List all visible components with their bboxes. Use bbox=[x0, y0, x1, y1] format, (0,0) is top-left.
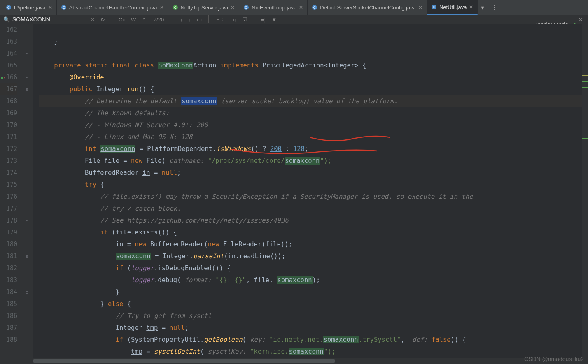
line-number: 181 bbox=[0, 250, 17, 262]
words-toggle[interactable]: W bbox=[129, 16, 138, 23]
fold-gutter: ⊟ ⊟ ⊟ ⊟ ⊟ ⊟ ⊟ ⊟ bbox=[21, 24, 33, 364]
close-icon[interactable]: ✕ bbox=[160, 5, 164, 10]
separator bbox=[254, 15, 254, 23]
tab-label: DefaultServerSocketChannelConfig.java bbox=[320, 5, 416, 11]
tab-abstractchannel[interactable]: C AbstractChannelHandlerContext.java ✕ bbox=[57, 0, 168, 15]
filter-icon[interactable]: ▼ bbox=[270, 16, 278, 23]
editor: 162 163 164 165 ●↑166 167 168 169 170 17… bbox=[0, 24, 588, 364]
line-gutter: 162 163 164 165 ●↑166 167 168 169 170 17… bbox=[0, 24, 21, 364]
add-selection-icon[interactable]: ＋↕ bbox=[214, 15, 225, 24]
search-icon: 🔍 bbox=[3, 16, 10, 23]
tab-lpipeline[interactable]: C lPipeline.java ✕ bbox=[2, 0, 57, 15]
svg-text:C: C bbox=[433, 5, 436, 9]
close-icon[interactable]: ✕ bbox=[469, 4, 473, 10]
line-number: 165 bbox=[0, 60, 17, 72]
line-number: 183 bbox=[0, 274, 17, 286]
tab-netutil[interactable]: C NetUtil.java ✕ bbox=[427, 0, 478, 15]
fold-icon[interactable]: ⊟ bbox=[26, 215, 28, 227]
class-icon: C bbox=[243, 5, 249, 10]
regex-toggle[interactable]: .* bbox=[140, 16, 147, 23]
fold-icon[interactable]: ⊟ bbox=[26, 250, 28, 262]
scroll-thumb[interactable] bbox=[33, 359, 335, 363]
fold-icon[interactable]: ⊟ bbox=[26, 48, 28, 60]
line-number: 187 bbox=[0, 322, 17, 334]
class-icon: C bbox=[312, 5, 317, 10]
line-number: 168 bbox=[0, 95, 17, 107]
line-number: 171 bbox=[0, 131, 17, 143]
code-area[interactable]: } private static final class SoMaxConnAc… bbox=[33, 24, 582, 364]
fold-icon[interactable]: ⊟ bbox=[26, 72, 28, 83]
line-number: 185 bbox=[0, 298, 17, 310]
class-icon: C bbox=[431, 4, 437, 10]
close-icon[interactable]: ✕ bbox=[231, 5, 235, 10]
line-number: 182 bbox=[0, 262, 17, 274]
line-number: 163 bbox=[0, 36, 17, 48]
tab-label: NettyTcpServer.java bbox=[181, 5, 229, 11]
class-icon: C bbox=[6, 5, 12, 10]
svg-text:C: C bbox=[245, 5, 248, 9]
tab-defaultserversocket[interactable]: C DefaultServerSocketChannelConfig.java … bbox=[308, 0, 427, 15]
close-find-icon[interactable]: ✕ bbox=[577, 16, 585, 23]
select-occurrences-icon[interactable]: ▭↕ bbox=[228, 16, 239, 23]
line-number: 173 bbox=[0, 155, 17, 167]
tab-label: AbstractChannelHandlerContext.java bbox=[69, 5, 157, 11]
line-number: 176 bbox=[0, 191, 17, 203]
svg-text:C: C bbox=[313, 5, 316, 9]
marker-strip[interactable] bbox=[582, 24, 588, 364]
line-number: 174 bbox=[0, 167, 17, 179]
horizontal-scrollbar[interactable] bbox=[33, 358, 582, 364]
find-count: 7/20 bbox=[154, 16, 164, 23]
line-number: 162 bbox=[0, 24, 17, 36]
line-number: 169 bbox=[0, 107, 17, 119]
history-icon[interactable]: ↻ bbox=[99, 16, 107, 23]
close-icon[interactable]: ✕ bbox=[418, 5, 422, 10]
line-number: 188 bbox=[0, 334, 17, 346]
line-number: 175 bbox=[0, 179, 17, 191]
line-number: 167 bbox=[0, 83, 17, 95]
close-icon[interactable]: ✕ bbox=[299, 5, 303, 10]
more-icon[interactable]: ⋮ bbox=[488, 4, 501, 12]
tab-label: lPipeline.java bbox=[14, 5, 46, 11]
multi-select-icon[interactable]: ☑ bbox=[241, 16, 249, 23]
tab-label: NetUtil.java bbox=[439, 4, 467, 10]
svg-text:C: C bbox=[174, 5, 177, 9]
class-icon: C bbox=[61, 5, 67, 10]
line-number: 164 bbox=[0, 48, 17, 60]
match-case-toggle[interactable]: Cc bbox=[117, 16, 127, 23]
line-number: 180 bbox=[0, 239, 17, 250]
separator bbox=[173, 15, 173, 23]
find-bar: 🔍 ✕ ↻ Cc W .* 7/20 ↑ ↓ ▭ ＋↕ ▭↕ ☑ ≡¦ ▼ ✕ bbox=[0, 15, 588, 24]
line-number: 172 bbox=[0, 143, 17, 155]
select-all-icon[interactable]: ▭ bbox=[195, 16, 203, 23]
watermark: CSDN @amadeus_liu2 bbox=[524, 356, 584, 362]
tab-nioeventloop[interactable]: C NioEventLoop.java ✕ bbox=[239, 0, 308, 15]
line-number: 184 bbox=[0, 286, 17, 298]
fold-icon[interactable]: ⊟ bbox=[26, 322, 28, 334]
tab-nettytcpserver[interactable]: C NettyTcpServer.java ✕ bbox=[168, 0, 240, 15]
close-icon[interactable]: ✕ bbox=[48, 5, 52, 10]
fold-icon[interactable]: ⊟ bbox=[26, 286, 28, 298]
class-icon: C bbox=[173, 5, 178, 10]
line-number: 170 bbox=[0, 119, 17, 131]
find-input[interactable] bbox=[12, 16, 86, 23]
next-match-icon[interactable]: ↓ bbox=[187, 16, 193, 23]
separator bbox=[112, 15, 112, 23]
svg-text:C: C bbox=[62, 5, 65, 9]
fold-icon[interactable]: ⊟ bbox=[26, 83, 28, 95]
line-number: 178 bbox=[0, 215, 17, 227]
line-number: 177 bbox=[0, 203, 17, 215]
tab-label: NioEventLoop.java bbox=[252, 5, 296, 11]
line-number: ●↑166 bbox=[0, 72, 17, 83]
line-number: 186 bbox=[0, 310, 17, 322]
separator bbox=[208, 15, 209, 23]
prev-match-icon[interactable]: ↑ bbox=[178, 16, 184, 23]
svg-text:C: C bbox=[7, 5, 10, 9]
fold-icon[interactable]: ⊟ bbox=[26, 167, 28, 179]
chevron-down-icon[interactable]: ▾ bbox=[478, 4, 488, 12]
list-icon[interactable]: ≡¦ bbox=[259, 16, 267, 23]
editor-tabs: C lPipeline.java ✕ C AbstractChannelHand… bbox=[0, 0, 588, 15]
clear-icon[interactable]: ✕ bbox=[89, 16, 96, 22]
line-number: 179 bbox=[0, 227, 17, 239]
override-icon[interactable]: ↑ bbox=[3, 76, 6, 80]
